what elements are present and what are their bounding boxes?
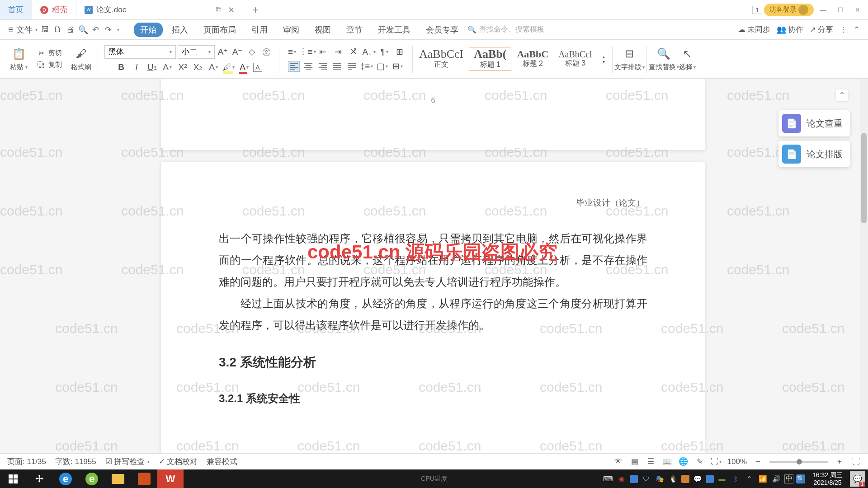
decrease-indent-icon[interactable]: ⇤: [316, 46, 329, 58]
select-button[interactable]: ↖ 选择▾: [679, 47, 696, 71]
tab-popout-icon[interactable]: ⧉: [216, 5, 222, 14]
tray-icon-2[interactable]: [630, 475, 638, 483]
taskbar-app-2[interactable]: [131, 469, 157, 488]
shrink-font-icon[interactable]: A⁻: [231, 46, 244, 58]
menu-more-icon[interactable]: ⋮: [840, 25, 847, 34]
menu-chapter[interactable]: 章节: [340, 23, 369, 37]
tab-home[interactable]: 首页: [0, 0, 32, 19]
side-panel-collapse[interactable]: ⌃: [836, 89, 848, 101]
spell-check[interactable]: ☑拼写检查▾: [105, 456, 150, 467]
tray-penguin-icon[interactable]: 🐧: [668, 474, 679, 484]
qat-save-icon[interactable]: 🖫: [40, 25, 50, 35]
login-button[interactable]: 访客登录: [764, 4, 814, 16]
qat-preview-icon[interactable]: 🔍: [78, 25, 88, 35]
sync-status[interactable]: ☁未同步: [738, 24, 770, 35]
vertical-scrollbar[interactable]: [860, 79, 868, 470]
eye-icon[interactable]: 👁: [613, 457, 623, 467]
align-justify-icon[interactable]: [331, 61, 343, 72]
strikethrough-icon[interactable]: A▾: [161, 61, 174, 73]
menu-view[interactable]: 视图: [308, 23, 337, 37]
zoom-slider[interactable]: [769, 461, 828, 463]
doc-proof[interactable]: ✓文档校对: [159, 456, 198, 467]
tray-wifi-icon[interactable]: 📶: [757, 474, 768, 484]
reading-icon[interactable]: 📖: [662, 457, 672, 467]
thesis-layout-button[interactable]: 📄 论文排版: [778, 141, 850, 167]
fullscreen-icon[interactable]: ⛶: [851, 457, 861, 467]
coop-button[interactable]: 👥协作: [777, 24, 803, 35]
style-more-icon[interactable]: ▴▾: [598, 53, 610, 65]
plagiarism-check-button[interactable]: 📄 论文查重: [778, 110, 850, 136]
close-button[interactable]: ✕: [850, 3, 865, 17]
menu-start[interactable]: 开始: [134, 23, 163, 37]
highlight-icon[interactable]: 🖊▾: [222, 61, 235, 73]
print-layout-icon[interactable]: ▤: [630, 457, 640, 467]
qat-more-icon[interactable]: ▾: [117, 27, 119, 32]
style-h1[interactable]: AaBb( 标题 1: [469, 47, 511, 71]
menu-dev[interactable]: 开发工具: [372, 23, 417, 37]
tray-shield-icon[interactable]: 🛡: [641, 474, 651, 484]
menu-ref[interactable]: 引用: [245, 23, 274, 37]
taskbar-app-1[interactable]: ✢: [26, 469, 52, 488]
zoom-value[interactable]: 100%: [727, 457, 747, 466]
file-menu[interactable]: 文件▾: [16, 24, 38, 35]
align-right-icon[interactable]: [317, 61, 329, 72]
menu-layout[interactable]: 页面布局: [197, 23, 242, 37]
outline-icon[interactable]: ☰: [646, 457, 656, 467]
qat-print-icon[interactable]: 🖨: [66, 25, 75, 35]
style-h2[interactable]: AaBbC 标题 2: [512, 48, 553, 70]
taskbar-wps[interactable]: W: [157, 469, 184, 488]
qat-print-preview-icon[interactable]: 🗋: [53, 25, 63, 35]
start-button[interactable]: [0, 469, 26, 488]
char-border-icon[interactable]: A: [253, 63, 262, 72]
menu-insert[interactable]: 插入: [165, 23, 194, 37]
style-body[interactable]: AaBbCcI 正文: [415, 47, 468, 70]
paragraph-mark-icon[interactable]: ¶▾: [378, 46, 391, 58]
phonetic-icon[interactable]: ㉆: [260, 46, 273, 58]
tray-keyboard-icon[interactable]: ⌨: [603, 474, 613, 484]
command-search[interactable]: 🔍 查找命令、搜索模板: [467, 25, 544, 34]
word-count[interactable]: 字数: 11955: [55, 456, 96, 467]
align-center-icon[interactable]: [302, 61, 314, 72]
bold-icon[interactable]: B: [115, 61, 127, 73]
tray-bluetooth-icon[interactable]: ᛒ: [730, 474, 741, 484]
scrollbar-thumb[interactable]: [861, 133, 867, 223]
copy-button[interactable]: ⿻复制: [37, 61, 62, 70]
subscript-icon[interactable]: X₂: [192, 61, 204, 73]
tray-battery-icon[interactable]: ▬: [717, 474, 727, 484]
paste-button[interactable]: 📋 粘贴▾: [10, 47, 28, 71]
menu-review[interactable]: 审阅: [277, 23, 306, 37]
notification-center[interactable]: 💬 1: [850, 471, 865, 487]
taskbar-clock[interactable]: 16:32 周三 2021/8/25: [808, 471, 847, 487]
taskbar-explorer[interactable]: [105, 469, 131, 488]
find-replace-button[interactable]: 🔍 查找替换▾: [649, 47, 679, 71]
tray-icon-3[interactable]: 🎭: [654, 474, 665, 484]
tray-volume-icon[interactable]: 🔊: [771, 474, 782, 484]
edit-icon[interactable]: ✎: [695, 457, 705, 467]
numbering-icon[interactable]: ⋮≡▾: [301, 46, 314, 58]
tray-icon-5[interactable]: [706, 475, 714, 483]
tab-docell[interactable]: D 稻壳: [32, 0, 76, 19]
italic-icon[interactable]: I: [130, 61, 143, 73]
align-left-icon[interactable]: [288, 61, 300, 72]
zoom-out-button[interactable]: −: [753, 457, 763, 467]
page-body[interactable]: 出一个可操作性较强的程序，它移植很容易，只需拷贝到其它电脑，然后在可视化操作界面…: [219, 228, 647, 409]
taskbar-ie[interactable]: e: [52, 469, 79, 488]
new-tab-button[interactable]: +: [243, 0, 268, 19]
collapse-up-icon[interactable]: ⌃: [854, 25, 860, 34]
share-button[interactable]: ↗分享: [810, 24, 833, 35]
superscript-icon[interactable]: X²: [176, 61, 189, 73]
text-layout-button[interactable]: ⊟ 文字排版▾: [614, 47, 645, 71]
tray-ime[interactable]: 中: [784, 474, 793, 483]
line-spacing-icon[interactable]: ‡≡▾: [360, 61, 373, 72]
window-counter[interactable]: 1: [752, 6, 762, 14]
tray-wechat-icon[interactable]: 💬: [692, 474, 703, 484]
tray-search-icon[interactable]: 🔍: [796, 474, 805, 483]
increase-indent-icon[interactable]: ⇥: [332, 46, 344, 58]
page-indicator[interactable]: 页面: 11/35: [7, 456, 46, 467]
qat-undo-icon[interactable]: ↶: [91, 25, 101, 35]
shading-icon[interactable]: ▢▾: [376, 61, 388, 72]
font-size-select[interactable]: 小二▾: [178, 45, 215, 59]
tab-document[interactable]: W 论文.doc ⧉ ✕: [76, 0, 243, 19]
hamburger-icon[interactable]: ≡: [8, 24, 14, 35]
asian-layout-icon[interactable]: ✕̌: [347, 46, 360, 58]
